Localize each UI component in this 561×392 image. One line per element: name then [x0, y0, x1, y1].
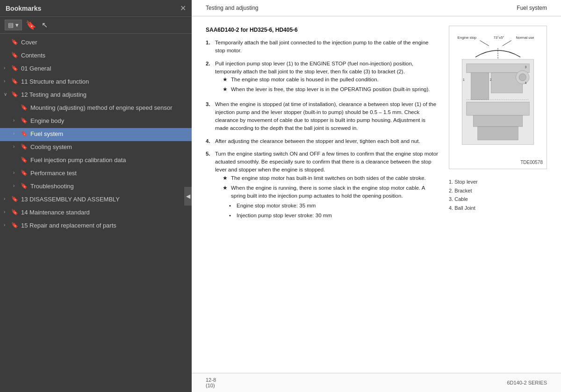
sidebar-item-label: 14 Maintenance standard — [21, 208, 188, 217]
step-text: When the engine is stopped (at time of i… — [215, 100, 439, 133]
sub-bullet-dot: • — [229, 212, 234, 220]
sidebar-item-cooling-system[interactable]: ›🔖Cooling system — [0, 141, 192, 154]
bookmark-icon: 🔖 — [21, 104, 28, 111]
footer-page: 12-8 (10) — [206, 377, 216, 388]
sidebar-item-performance-test[interactable]: ›🔖Performance test — [0, 167, 192, 180]
step-text: Temporarily attach the ball joint connec… — [215, 39, 439, 55]
svg-line-4 — [503, 41, 511, 46]
sidebar-title: Bookmarks — [6, 5, 41, 12]
sidebar-item-label: Mounting (adjusting) method of engine sp… — [30, 104, 188, 112]
bullet-star: ★ — [223, 184, 228, 200]
document-section-title: SAA6D140-2 for HD325-6, HD405-6 — [206, 26, 439, 34]
bookmark-icon: 🔖 — [21, 170, 28, 176]
sub-bullet-dot: • — [229, 202, 234, 210]
chevron-icon: › — [13, 144, 19, 149]
sidebar-item-label: Engine body — [30, 117, 188, 125]
step-item: 5.Turn the engine starting switch ON and… — [206, 150, 439, 221]
main-content: Testing and adjusting Fuel system SAA6D1… — [192, 0, 561, 392]
sidebar-item-contents[interactable]: 🔖Contents — [0, 50, 192, 63]
bullet-text: When the lever is free, the stop lever i… — [231, 86, 430, 93]
step-item: 3.When the engine is stopped (at time of… — [206, 100, 439, 133]
diagram-caption: TDE00578 — [453, 160, 543, 165]
sidebar-item-cover[interactable]: 🔖Cover — [0, 36, 192, 50]
bookmark-icon: 🔖 — [11, 91, 18, 98]
bullet-star: ★ — [223, 174, 228, 182]
svg-rect-8 — [471, 73, 489, 100]
document-header: Testing and adjusting Fuel system — [192, 0, 561, 16]
list-view-button[interactable]: ▤ ▾ — [5, 20, 22, 30]
document-body: SAA6D140-2 for HD325-6, HD405-6 1.Tempor… — [192, 16, 561, 373]
sidebar-item-label: Cooling system — [30, 143, 188, 151]
sidebar-item-label: Performance test — [30, 169, 188, 178]
sidebar-item-11-structure[interactable]: ›🔖11 Structure and function — [0, 76, 192, 89]
step-number: 2. — [206, 60, 212, 96]
svg-text:Engine stop: Engine stop — [458, 36, 477, 40]
bookmark-icon: 🔖 — [11, 196, 18, 202]
bullet-text: The engine stop motor has built-in limit… — [231, 174, 426, 182]
legend-list: 1. Stop lever2. Bracket3. Cable4. Ball J… — [449, 178, 547, 213]
sidebar-item-mounting[interactable]: 🔖Mounting (adjusting) method of engine s… — [0, 102, 192, 115]
bookmark-icon: 🔖 — [21, 157, 28, 163]
svg-line-3 — [480, 41, 489, 46]
step-item: 2.Pull injection pump stop lever (1) to … — [206, 60, 439, 96]
close-button[interactable]: ✕ — [180, 4, 186, 13]
sidebar-item-15-repair[interactable]: ›🔖15 Repair and replacement of parts — [0, 220, 192, 233]
list-icon: ▤ ▾ — [8, 21, 19, 29]
step-number: 5. — [206, 150, 212, 221]
sidebar-item-label: Contents — [21, 51, 188, 60]
sidebar-item-label: Fuel injection pump calibration data — [30, 156, 188, 164]
svg-rect-14 — [478, 127, 518, 140]
step-number: 3. — [206, 100, 212, 133]
header-left: Testing and adjusting — [206, 5, 259, 11]
bookmark-icon: 🔖 — [11, 222, 18, 228]
bullet-star: ★ — [223, 76, 228, 84]
cursor-icon: ↖ — [40, 20, 50, 30]
sidebar-item-fuel-system[interactable]: ›🔖Fuel system — [0, 128, 192, 141]
sidebar: Bookmarks ✕ ▤ ▾ 🔖 ↖ 🔖Cover🔖Contents›🔖01 … — [0, 0, 192, 392]
bullet-text: When the engine is running, there is som… — [231, 184, 439, 200]
svg-text:Normal use: Normal use — [516, 36, 534, 40]
chevron-icon: › — [4, 65, 9, 71]
svg-point-11 — [519, 74, 526, 81]
chevron-icon: › — [13, 183, 19, 188]
sidebar-item-14-maintenance[interactable]: ›🔖14 Maintenance standard — [0, 207, 192, 220]
bookmark-icon: 🔖 — [11, 39, 18, 45]
sidebar-item-01-general[interactable]: ›🔖01 General — [0, 63, 192, 76]
sub-bullet-text: Engine stop motor stroke: 35 mm — [237, 202, 316, 210]
bookmark-icon: 🔖 — [21, 143, 28, 150]
sidebar-item-fuel-injection[interactable]: 🔖Fuel injection pump calibration data — [0, 154, 192, 167]
sidebar-item-label: Cover — [21, 38, 188, 47]
document-image-area: Engine stop 73°±5° Normal use — [449, 26, 547, 363]
sidebar-item-13-disassembly[interactable]: ›🔖13 DISASSEMBLY AND ASSEMBLY — [0, 193, 192, 207]
diagram-svg: Engine stop 73°±5° Normal use — [453, 30, 543, 156]
chevron-icon: › — [13, 131, 19, 136]
sidebar-collapse-button[interactable]: ◀ — [184, 187, 192, 206]
chevron-icon: › — [4, 196, 9, 201]
legend-item: 1. Stop lever — [449, 178, 547, 186]
document-footer: 12-8 (10) 6D140-2 SERIES — [192, 373, 561, 392]
chevron-icon: › — [13, 170, 19, 175]
step-text: After adjusting the clearance between th… — [215, 137, 420, 145]
step-number: 1. — [206, 39, 212, 55]
diagram-box: Engine stop 73°±5° Normal use — [449, 26, 547, 169]
sidebar-item-engine-body[interactable]: ›🔖Engine body — [0, 115, 192, 128]
bookmark-icon: 🔖 — [11, 65, 18, 71]
bookmark-icon: 🔖 — [21, 183, 28, 189]
sidebar-item-label: Troubleshooting — [30, 182, 188, 191]
bullet-text: The engine stop motor cable is housed in… — [231, 76, 379, 84]
step-item: 4.After adjusting the clearance between … — [206, 137, 439, 145]
bookmark-tool-icon[interactable]: 🔖 — [26, 20, 36, 30]
sidebar-item-troubleshooting[interactable]: ›🔖Troubleshooting — [0, 180, 192, 193]
header-right: Fuel system — [517, 5, 547, 11]
step-text: Turn the engine starting switch ON and O… — [215, 150, 439, 221]
sidebar-item-12-testing[interactable]: ∨🔖12 Testing and adjusting — [0, 89, 192, 102]
legend-item: 3. Cable — [449, 195, 547, 204]
bookmark-icon: 🔖 — [11, 52, 18, 58]
step-item: 1.Temporarily attach the ball joint conn… — [206, 39, 439, 55]
svg-text:73°±5°: 73°±5° — [493, 36, 504, 40]
chevron-icon: › — [13, 118, 19, 123]
sidebar-item-label: 12 Testing and adjusting — [21, 91, 188, 99]
legend-item: 2. Bracket — [449, 186, 547, 195]
document-text: SAA6D140-2 for HD325-6, HD405-6 1.Tempor… — [206, 26, 439, 363]
sidebar-item-label: Fuel system — [30, 130, 188, 138]
